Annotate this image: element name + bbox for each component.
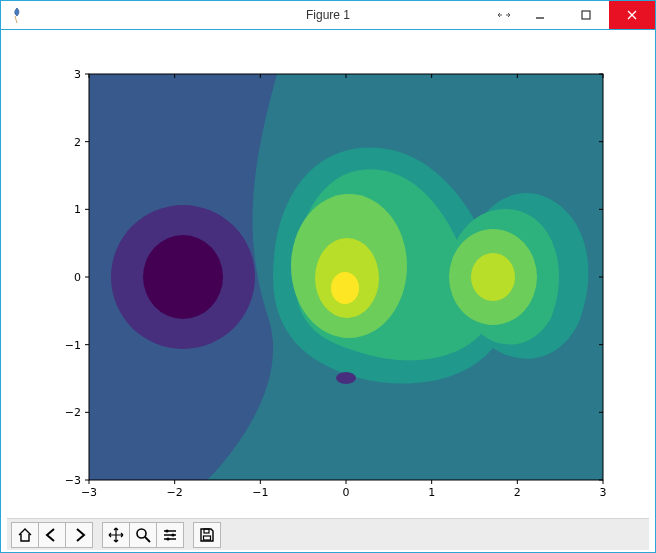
zoom-icon <box>134 526 152 544</box>
svg-text:−3: −3 <box>81 486 97 499</box>
pan-button[interactable] <box>102 522 130 548</box>
svg-point-59 <box>166 537 169 540</box>
svg-point-55 <box>137 529 146 538</box>
minimize-button[interactable] <box>517 1 563 29</box>
configure-button[interactable] <box>156 522 184 548</box>
svg-text:−2: −2 <box>167 486 183 499</box>
app-window: Figure 1 <box>0 0 656 553</box>
contour-fills <box>89 74 603 480</box>
svg-text:−3: −3 <box>65 474 81 487</box>
configure-icon <box>161 526 179 544</box>
svg-point-11 <box>336 372 356 384</box>
svg-text:−1: −1 <box>65 339 81 352</box>
svg-text:3: 3 <box>74 68 81 81</box>
svg-text:2: 2 <box>514 486 521 499</box>
svg-rect-60 <box>204 529 209 533</box>
back-icon <box>43 526 61 544</box>
titlebar[interactable]: Figure 1 <box>1 1 655 30</box>
svg-text:3: 3 <box>600 486 607 499</box>
save-icon <box>198 526 216 544</box>
save-button[interactable] <box>193 522 221 548</box>
svg-rect-61 <box>204 536 211 540</box>
figure-canvas[interactable]: −3−2−10123 −3−2−10123 <box>7 34 649 518</box>
client-area: −3−2−10123 −3−2−10123 <box>1 30 655 552</box>
app-icon <box>9 7 25 23</box>
restore-drag-icon[interactable] <box>491 1 517 29</box>
svg-point-58 <box>171 533 174 536</box>
svg-text:0: 0 <box>74 271 81 284</box>
svg-point-57 <box>165 529 168 532</box>
matplotlib-toolbar <box>7 518 649 550</box>
svg-point-5 <box>143 235 223 319</box>
svg-point-10 <box>471 253 515 301</box>
home-button[interactable] <box>11 522 39 548</box>
svg-text:1: 1 <box>428 486 435 499</box>
close-button[interactable] <box>609 1 655 29</box>
contour-plot: −3−2−10123 −3−2−10123 <box>7 34 649 518</box>
zoom-button[interactable] <box>129 522 157 548</box>
svg-text:0: 0 <box>343 486 350 499</box>
svg-text:1: 1 <box>74 203 81 216</box>
forward-button[interactable] <box>65 522 93 548</box>
window-controls <box>491 1 655 29</box>
svg-text:2: 2 <box>74 136 81 149</box>
svg-line-56 <box>145 537 150 542</box>
svg-point-8 <box>331 272 359 304</box>
svg-rect-1 <box>582 11 590 19</box>
svg-text:−1: −1 <box>252 486 268 499</box>
home-icon <box>16 526 34 544</box>
pan-icon <box>107 526 125 544</box>
maximize-button[interactable] <box>563 1 609 29</box>
forward-icon <box>70 526 88 544</box>
back-button[interactable] <box>38 522 66 548</box>
svg-text:−2: −2 <box>65 406 81 419</box>
